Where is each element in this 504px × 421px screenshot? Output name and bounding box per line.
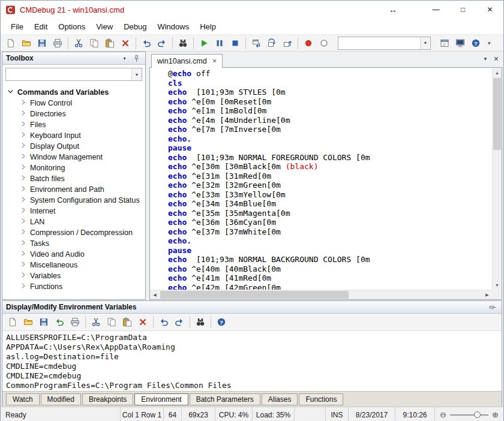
find-icon[interactable] — [176, 36, 190, 50]
open-folder-icon[interactable] — [21, 315, 35, 329]
redo-icon[interactable] — [155, 36, 169, 50]
chevron-right-icon[interactable] — [19, 131, 30, 140]
menu-item-windows[interactable]: Windows — [152, 20, 194, 34]
paste-icon[interactable] — [120, 315, 134, 329]
chevron-right-icon[interactable] — [19, 185, 30, 194]
chevron-right-icon[interactable] — [19, 196, 30, 205]
copy-icon[interactable] — [104, 315, 119, 329]
step-into-icon[interactable] — [249, 36, 263, 50]
close-button[interactable]: ✕ — [476, 1, 503, 19]
chevron-right-icon[interactable] — [19, 163, 30, 173]
horizontal-scroll-thumb[interactable] — [160, 291, 349, 299]
tree-item-environment-and-path[interactable]: Environment and Path — [2, 184, 145, 195]
code-area[interactable]: @echo offclsecho [101;93m STYLES [0mecho… — [150, 68, 492, 299]
copy-icon[interactable] — [87, 36, 101, 50]
bottom-tab-environment[interactable]: Environment — [134, 393, 188, 405]
toolbox-filter-combobox[interactable]: ▼ — [5, 68, 142, 81]
delete-icon[interactable] — [118, 36, 133, 50]
editor-tabbar-close-icon[interactable]: × — [494, 56, 499, 62]
editor-tabs-dropdown-icon[interactable]: ▼ — [483, 56, 488, 62]
chevron-right-icon[interactable] — [19, 260, 30, 270]
open-folder-icon[interactable] — [19, 36, 34, 50]
command-combobox[interactable]: ▼ — [338, 37, 431, 50]
step-out-icon[interactable] — [280, 36, 295, 50]
chevron-right-icon[interactable] — [19, 206, 30, 216]
menu-item-file[interactable]: File — [5, 20, 29, 34]
run-icon[interactable] — [197, 36, 211, 50]
help-icon[interactable]: ? — [469, 36, 483, 50]
chevron-right-icon[interactable] — [19, 239, 30, 248]
chevron-down-icon[interactable] — [7, 88, 17, 97]
tree-item-functions[interactable]: Functions — [2, 281, 145, 292]
tree-item-variables[interactable]: Variables — [2, 270, 145, 281]
cut-icon[interactable] — [71, 36, 86, 50]
chevron-right-icon[interactable] — [19, 228, 30, 237]
tree-item-internet[interactable]: Internet — [2, 206, 145, 216]
tree-item-display-output[interactable]: Display Output — [2, 141, 145, 152]
tree-item-flow-control[interactable]: Flow Control — [2, 98, 145, 109]
toolbox-menu-icon[interactable]: ▼ — [119, 53, 130, 64]
chevron-right-icon[interactable] — [19, 142, 30, 151]
code-editor[interactable]: @echo offclsecho [101;93m STYLES [0mecho… — [149, 67, 502, 300]
zoom-slider-thumb[interactable] — [474, 411, 481, 418]
chevron-right-icon[interactable] — [19, 109, 30, 119]
chevron-right-icon[interactable] — [19, 282, 30, 291]
menu-item-help[interactable]: Help — [194, 20, 221, 34]
bottom-tab-breakpoints[interactable]: Breakpoints — [82, 393, 133, 405]
tree-item-directories[interactable]: Directories — [2, 109, 145, 119]
toolbox-filter-dropdown-icon[interactable]: ▼ — [131, 68, 142, 80]
zoom-slider-track[interactable] — [450, 414, 488, 416]
redo-icon[interactable] — [172, 315, 187, 329]
tree-root-commands-and-variables[interactable]: Commands and Variables — [2, 87, 145, 98]
menu-item-options[interactable]: Options — [53, 20, 91, 34]
record-icon[interactable] — [301, 36, 316, 50]
tree-item-tasks[interactable]: Tasks — [2, 238, 145, 249]
tree-item-system-configuration-and-status[interactable]: System Configuration and Status — [2, 195, 145, 206]
minimize-button[interactable]: — — [422, 1, 449, 19]
new-file-icon[interactable] — [5, 315, 20, 329]
undo-icon[interactable] — [139, 36, 154, 50]
chevron-right-icon[interactable] — [19, 120, 30, 130]
toolbar-overflow-icon[interactable]: ▾ — [485, 40, 494, 46]
app-icon[interactable] — [5, 5, 16, 15]
editor-tab-win10ansi[interactable]: win10ansi.cmd × — [151, 54, 223, 68]
editor-vertical-scrollbar[interactable]: ▲ ▼ — [492, 68, 502, 290]
tree-item-window-management[interactable]: Window Management — [2, 152, 145, 163]
find-icon[interactable] — [193, 315, 208, 329]
menu-item-view[interactable]: View — [91, 20, 118, 34]
chevron-right-icon[interactable] — [19, 152, 30, 162]
print-icon[interactable] — [68, 315, 82, 329]
chevron-right-icon[interactable] — [19, 249, 30, 259]
cut-icon[interactable] — [89, 315, 103, 329]
maximize-button[interactable]: □ — [449, 1, 476, 19]
zoom-in-icon[interactable]: ⊕ — [492, 410, 499, 419]
editor-horizontal-scrollbar[interactable]: ◀ ▶ — [150, 290, 492, 299]
save-icon[interactable] — [37, 315, 51, 329]
tree-item-files[interactable]: Files — [2, 119, 145, 130]
combobox-dropdown-icon[interactable]: ▼ — [420, 37, 430, 49]
tree-item-compression-decompression[interactable]: Compression / Decompression — [2, 227, 145, 238]
menu-item-edit[interactable]: Edit — [29, 20, 53, 34]
chevron-right-icon[interactable] — [19, 271, 30, 281]
vertical-scroll-thumb[interactable] — [493, 78, 501, 150]
environment-pin-icon[interactable] — [488, 302, 498, 312]
scroll-left-icon[interactable]: ◀ — [150, 290, 160, 300]
chevron-right-icon[interactable] — [19, 98, 30, 108]
help-icon[interactable]: ? — [214, 315, 229, 329]
stop-icon[interactable] — [228, 36, 242, 50]
chevron-right-icon[interactable] — [19, 174, 30, 184]
undo-icon[interactable] — [157, 315, 171, 329]
menu-item-debug[interactable]: Debug — [118, 20, 152, 34]
tree-item-batch-files[interactable]: Batch files — [2, 173, 145, 184]
new-file-icon[interactable] — [4, 36, 18, 50]
print-icon[interactable] — [50, 36, 65, 50]
save-icon[interactable] — [35, 36, 49, 50]
toolbox-pin-icon[interactable] — [131, 53, 142, 64]
bottom-tab-watch[interactable]: Watch — [6, 393, 40, 405]
scroll-up-icon[interactable]: ▲ — [493, 68, 502, 77]
tab-close-icon[interactable]: × — [212, 58, 217, 64]
bottom-tab-batch-parameters[interactable]: Batch Parameters — [190, 393, 260, 405]
zoom-slider[interactable]: ⊖ ⊕ — [435, 407, 503, 421]
window-options-icon[interactable] — [437, 36, 452, 50]
step-over-icon[interactable] — [265, 36, 279, 50]
